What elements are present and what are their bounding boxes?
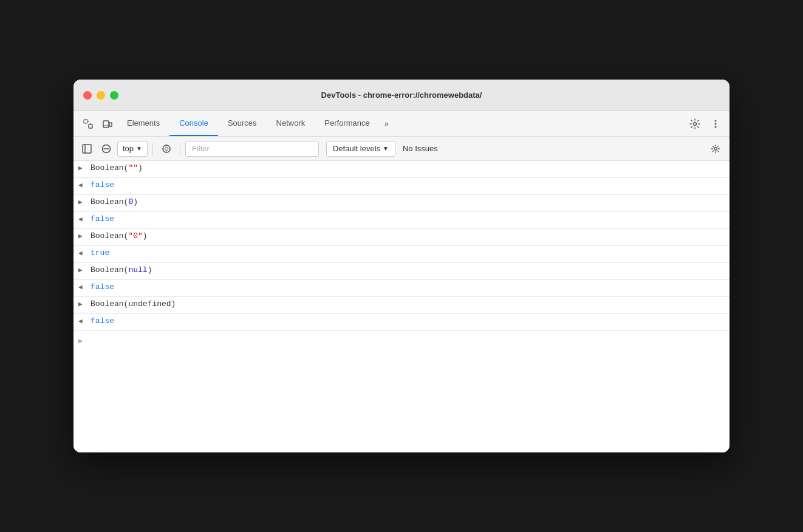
tabs-right-actions [686, 111, 725, 136]
prompt-chevron: ▶ [78, 336, 83, 346]
more-options-button[interactable] [706, 115, 725, 133]
toolbar-divider [152, 143, 153, 155]
console-entry-2: ◀ false [73, 178, 730, 195]
context-selector[interactable]: top ▼ [117, 141, 148, 157]
titlebar: DevTools - chrome-error://chromewebdata/ [73, 80, 730, 111]
svg-rect-11 [83, 145, 91, 153]
expand-arrow-5[interactable]: ▶ [78, 232, 88, 240]
svg-point-7 [694, 122, 697, 125]
select-element-icon[interactable] [78, 111, 98, 136]
minimize-button[interactable] [97, 91, 105, 100]
tab-sources[interactable]: Sources [218, 111, 267, 136]
collapse-arrow-4: ◀ [78, 215, 88, 223]
console-entry-7: ▶ Boolean(null) [73, 263, 730, 280]
svg-point-9 [715, 123, 717, 124]
live-expressions-button[interactable] [158, 140, 175, 157]
console-entry-10: ◀ false [73, 314, 730, 331]
devtools-window: DevTools - chrome-error://chromewebdata/… [73, 80, 730, 452]
console-entry-1: ▶ Boolean("") [73, 161, 730, 178]
expand-arrow-3[interactable]: ▶ [78, 198, 88, 206]
console-prompt[interactable]: ▶ [73, 331, 730, 350]
sidebar-toggle-button[interactable] [78, 140, 95, 157]
console-toolbar: top ▼ Default levels ▼ No Issues [73, 137, 730, 161]
console-settings-button[interactable] [706, 140, 725, 158]
svg-rect-1 [89, 124, 92, 128]
svg-point-21 [714, 147, 717, 149]
expand-arrow-1[interactable]: ▶ [78, 164, 88, 172]
console-entry-3: ▶ Boolean(0) [73, 195, 730, 212]
collapse-arrow-10: ◀ [78, 317, 88, 325]
svg-point-8 [715, 120, 717, 121]
svg-rect-5 [109, 123, 112, 126]
tab-network[interactable]: Network [267, 111, 315, 136]
tab-console[interactable]: Console [169, 111, 218, 136]
console-output: ▶ Boolean("") ◀ false ▶ Boolean(0) ◀ fal… [73, 161, 730, 452]
toolbar-divider-2 [180, 143, 180, 155]
svg-point-10 [715, 126, 717, 128]
maximize-button[interactable] [110, 91, 118, 100]
console-entry-9: ▶ Boolean(undefined) [73, 297, 730, 314]
tabs-bar: Elements Console Sources Network Perform… [73, 111, 730, 137]
traffic-lights [83, 91, 118, 100]
collapse-arrow-2: ◀ [78, 181, 88, 189]
clear-console-button[interactable] [98, 140, 115, 157]
window-title: DevTools - chrome-error://chromewebdata/ [321, 90, 482, 100]
log-levels-button[interactable]: Default levels ▼ [326, 141, 395, 157]
filter-input[interactable] [185, 141, 319, 157]
svg-rect-0 [84, 120, 87, 123]
expand-arrow-7[interactable]: ▶ [78, 266, 88, 274]
no-issues-label: No Issues [403, 144, 438, 153]
settings-button[interactable] [686, 115, 704, 133]
console-entry-4: ◀ false [73, 212, 730, 229]
close-button[interactable] [83, 91, 92, 100]
expand-arrow-9[interactable]: ▶ [78, 300, 88, 308]
console-entry-6: ◀ true [73, 246, 730, 263]
console-entry-5: ▶ Boolean("0") [73, 229, 730, 246]
collapse-arrow-6: ◀ [78, 249, 88, 257]
tab-performance[interactable]: Performance [315, 111, 379, 136]
svg-point-16 [165, 147, 168, 150]
tab-overflow-button[interactable]: » [380, 111, 394, 136]
collapse-arrow-8: ◀ [78, 283, 88, 291]
device-toolbar-icon[interactable] [98, 111, 117, 136]
console-entry-8: ◀ false [73, 280, 730, 297]
svg-rect-4 [103, 121, 109, 128]
tab-elements[interactable]: Elements [117, 111, 169, 136]
